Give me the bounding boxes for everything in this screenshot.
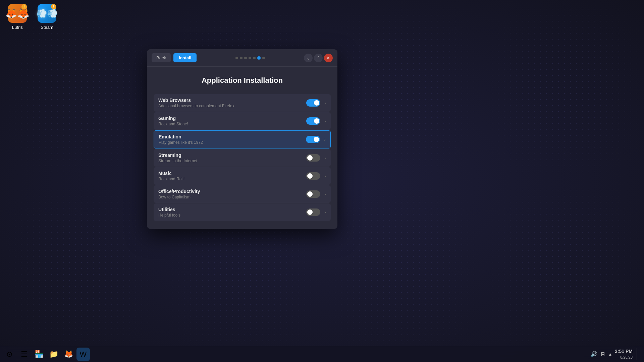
category-name: Gaming: [158, 116, 306, 121]
category-name: Streaming: [158, 153, 306, 158]
window-controls: ⌄ ⌃ ✕: [304, 54, 333, 62]
dialog-header: Back Install ⌄ ⌃ ✕: [147, 49, 337, 67]
chevron-right-icon: ›: [324, 100, 326, 106]
category-row-utilities[interactable]: UtilitiesHelpful tools›: [154, 203, 331, 221]
taskbar-app-filemanager[interactable]: 📁: [47, 348, 60, 361]
application-installation-dialog: Back Install ⌄ ⌃ ✕ Application Installat…: [147, 49, 337, 229]
volume-icon[interactable]: 🔊: [591, 351, 597, 357]
category-toggle[interactable]: [306, 99, 320, 107]
category-info: UtilitiesHelpful tools: [158, 207, 306, 218]
taskbar-app-discover[interactable]: 🏪: [32, 348, 46, 361]
category-row-music[interactable]: MusicRock and Roll!›: [154, 167, 331, 185]
category-name: Utilities: [158, 207, 306, 212]
chevron-right-icon: ›: [324, 118, 326, 124]
progress-dot-2: [240, 57, 243, 59]
category-info: StreamingStream to the Internet: [158, 153, 306, 163]
category-name: Music: [158, 171, 306, 176]
progress-dot-6: [257, 56, 261, 60]
chevron-right-icon: ›: [324, 173, 326, 179]
lutris-label: Lutris: [12, 25, 23, 30]
category-desc: Helpful tools: [158, 213, 306, 218]
progress-indicator: [199, 56, 301, 60]
category-toggle[interactable]: [306, 154, 320, 162]
category-info: MusicRock and Roll!: [158, 171, 306, 181]
category-row-web-browsers[interactable]: Web BrowsersAdditional browsers to compl…: [154, 94, 331, 112]
progress-dot-7: [262, 57, 265, 59]
chevron-right-icon: ›: [324, 155, 326, 161]
minimize-button[interactable]: ⌄: [304, 54, 313, 62]
progress-dot-1: [235, 57, 238, 59]
progress-dot-5: [253, 57, 256, 59]
category-toggle[interactable]: [306, 117, 320, 125]
steam-icon-image: 💨 !: [38, 4, 56, 23]
show-desktop-button[interactable]: [637, 348, 639, 360]
category-row-streaming[interactable]: StreamingStream to the Internet›: [154, 149, 331, 167]
category-desc: Rock and Roll!: [158, 177, 306, 181]
steam-label: Steam: [41, 25, 53, 30]
maximize-button[interactable]: ⌃: [314, 54, 323, 62]
category-desc: Bow to Capitalism: [158, 195, 306, 199]
category-desc: Additional browsers to complement Firefo…: [158, 104, 306, 108]
category-toggle[interactable]: [306, 190, 320, 198]
category-info: Office/ProductivityBow to Capitalism: [158, 189, 306, 199]
taskbar-app-files[interactable]: ☰: [17, 348, 31, 361]
category-toggle[interactable]: [306, 172, 320, 180]
category-name: Emulation: [159, 134, 306, 139]
category-info: EmulationPlay games like it's 1972: [159, 134, 306, 145]
steam-desktop-icon[interactable]: 💨 ! Steam: [34, 4, 60, 30]
toggle-wrapper: ›: [306, 190, 326, 198]
category-desc: Stream to the Internet: [158, 159, 306, 163]
toggle-wrapper: ›: [306, 136, 326, 143]
taskbar-tray: 🔊 🖥 ▲ 2:51 PM 8/25/23: [591, 348, 641, 360]
progress-dot-4: [249, 57, 251, 59]
clock-time: 2:51 PM: [615, 348, 633, 355]
category-info: Web BrowsersAdditional browsers to compl…: [158, 98, 306, 108]
category-info: GamingRock and Stone!: [158, 116, 306, 126]
dialog-content: Application Installation Web BrowsersAdd…: [147, 67, 337, 229]
category-toggle[interactable]: [306, 136, 320, 143]
progress-dot-3: [244, 57, 247, 59]
taskbar-app-activities[interactable]: ⊙: [3, 348, 16, 361]
toggle-wrapper: ›: [306, 117, 326, 125]
lutris-desktop-icon[interactable]: 🦊 ! Lutris: [4, 4, 31, 30]
lutris-icon-image: 🦊 !: [8, 4, 27, 23]
chevron-right-icon: ›: [324, 191, 326, 197]
taskbar: ⊙☰🏪📁🦊W 🔊 🖥 ▲ 2:51 PM 8/25/23: [0, 346, 644, 362]
toggle-wrapper: ›: [306, 154, 326, 162]
category-list: Web BrowsersAdditional browsers to compl…: [154, 94, 331, 221]
chevron-right-icon: ›: [324, 209, 326, 215]
display-icon[interactable]: 🖥: [600, 351, 605, 357]
tray-chevron[interactable]: ▲: [608, 352, 612, 357]
steam-badge: !: [51, 4, 56, 9]
system-clock: 2:51 PM 8/25/23: [615, 348, 633, 360]
dialog-title: Application Installation: [154, 76, 331, 85]
toggle-wrapper: ›: [306, 172, 326, 180]
category-toggle[interactable]: [306, 208, 320, 216]
taskbar-app-wps[interactable]: W: [76, 348, 90, 361]
close-button[interactable]: ✕: [324, 54, 333, 62]
category-name: Web Browsers: [158, 98, 306, 103]
category-row-office-productivity[interactable]: Office/ProductivityBow to Capitalism›: [154, 185, 331, 203]
category-row-emulation[interactable]: EmulationPlay games like it's 1972›: [154, 130, 331, 148]
taskbar-apps: ⊙☰🏪📁🦊W: [3, 348, 90, 361]
category-desc: Play games like it's 1972: [159, 140, 306, 145]
toggle-wrapper: ›: [306, 208, 326, 216]
taskbar-app-firefox[interactable]: 🦊: [62, 348, 75, 361]
install-button[interactable]: Install: [173, 53, 197, 62]
back-button[interactable]: Back: [152, 53, 171, 62]
category-desc: Rock and Stone!: [158, 122, 306, 126]
category-row-gaming[interactable]: GamingRock and Stone!›: [154, 112, 331, 130]
toggle-wrapper: ›: [306, 99, 326, 107]
clock-date: 8/25/23: [615, 355, 633, 360]
chevron-right-icon: ›: [324, 137, 326, 142]
category-name: Office/Productivity: [158, 189, 306, 194]
lutris-badge: !: [21, 4, 27, 9]
